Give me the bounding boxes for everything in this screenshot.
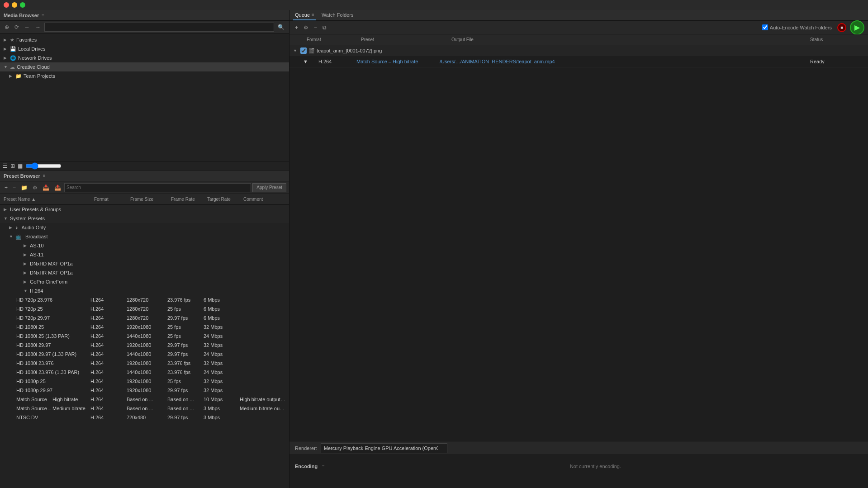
- subgroup-audio-only[interactable]: ▶ ♪ Audio Only: [0, 223, 289, 232]
- tree-arrow-creative-cloud: ▼: [4, 65, 8, 69]
- col-header-preset-name[interactable]: Preset Name ▲: [0, 197, 90, 202]
- encoding-menu-icon[interactable]: ≡: [322, 464, 325, 469]
- folder-preset-button[interactable]: 📁: [19, 184, 29, 192]
- stop-button[interactable]: ■: [837, 23, 846, 32]
- import-preset-button[interactable]: 📥: [41, 184, 51, 192]
- preset-row-12[interactable]: Match Source – Medium bitrate H.264 Base…: [0, 404, 289, 413]
- subgroup-as10[interactable]: ▶ AS-10: [0, 241, 289, 250]
- search-button[interactable]: 🔍: [276, 23, 286, 31]
- filter-button[interactable]: ⊕: [3, 23, 11, 31]
- tree-item-local-drives[interactable]: ▶ 💾 Local Drives: [0, 44, 289, 53]
- preset-name-7: HD 1080i 23.976: [16, 360, 90, 366]
- preset-browser-menu-icon[interactable]: ≡: [43, 173, 46, 178]
- subgroup-gopro[interactable]: ▶ GoPro CineForm: [0, 277, 289, 286]
- encoding-panel: Encoding ≡ Not currently encoding.: [289, 455, 868, 477]
- col-header-frame-rate[interactable]: Frame Rate: [167, 197, 204, 202]
- minimize-button[interactable]: [12, 2, 17, 8]
- preset-rate-11: 10 Mbps: [204, 397, 240, 402]
- queue-item-format-0[interactable]: H.264: [309, 59, 355, 64]
- view-grid-icon[interactable]: ⊞: [10, 163, 15, 169]
- preset-fps-11: Based on ...: [167, 397, 204, 402]
- queue-item-header-0[interactable]: ▼ 🎬 teapot_anm_[0001-0072].png: [289, 45, 868, 56]
- tree-item-favorites[interactable]: ▶ ★ Favorites: [0, 35, 289, 44]
- preset-rate-7: 32 Mbps: [204, 360, 240, 366]
- preset-row-9[interactable]: HD 1080p 25 H.264 1920x1080 25 fps 32 Mb…: [0, 377, 289, 386]
- queue-item-preset-0[interactable]: Match Source – High bitrate: [356, 59, 438, 64]
- thumbnail-area: ☰ ⊞ ▦: [0, 161, 289, 170]
- col-header-target-rate[interactable]: Target Rate: [204, 197, 240, 202]
- preset-row-4[interactable]: HD 1080i 25 (1.33 PAR) H.264 1440x1080 2…: [0, 332, 289, 341]
- preset-row-5[interactable]: HD 1080i 29.97 H.264 1920x1080 29.97 fps…: [0, 341, 289, 350]
- thumbnail-size-slider[interactable]: [25, 162, 62, 170]
- tree-item-team-projects[interactable]: ▶ 📁 Team Projects: [0, 71, 289, 81]
- preset-row-0[interactable]: HD 720p 23.976 H.264 1280x720 23.976 fps…: [0, 295, 289, 304]
- preset-browser-title: Preset Browser: [4, 173, 40, 179]
- queue-add-button[interactable]: +: [293, 24, 300, 32]
- preset-format-9: H.264: [90, 379, 127, 384]
- settings-preset-button[interactable]: ⚙: [31, 184, 39, 192]
- preset-format-10: H.264: [90, 388, 127, 393]
- preset-row-8[interactable]: HD 1080i 23.976 (1.33 PAR) H.264 1440x10…: [0, 368, 289, 377]
- renderer-select[interactable]: Mercury Playback Engine GPU Acceleration…: [321, 443, 447, 453]
- preset-size-3: 1920x1080: [127, 324, 167, 330]
- preset-search-input[interactable]: [64, 183, 251, 192]
- maximize-button[interactable]: [20, 2, 25, 8]
- media-browser-menu-icon[interactable]: ≡: [42, 13, 44, 18]
- subgroup-dnxhr[interactable]: ▶ DNxHR MXF OP1a: [0, 268, 289, 277]
- tree-item-network-drives[interactable]: ▶ 🌐 Network Drives: [0, 53, 289, 62]
- auto-encode-checkbox[interactable]: [762, 24, 768, 30]
- nav-back-button[interactable]: ←: [23, 23, 32, 31]
- queue-item-output-0[interactable]: /Users/…/ANIMATION_RENDERS/teapot_anm.mp…: [440, 59, 808, 64]
- preset-rate-6: 24 Mbps: [204, 351, 240, 357]
- subgroup-dnxhd[interactable]: ▶ DNxHD MXF OP1a: [0, 259, 289, 268]
- preset-name-5: HD 1080i 29.97: [16, 342, 90, 348]
- view-list-icon[interactable]: ☰: [3, 163, 8, 169]
- tab-watch-folders[interactable]: Watch Folders: [320, 10, 356, 20]
- label-gopro: GoPro CineForm: [30, 279, 67, 284]
- preset-size-2: 1280x720: [127, 315, 167, 321]
- queue-duplicate-button[interactable]: ⧉: [321, 24, 328, 32]
- group-user-presets[interactable]: ▶ User Presets & Groups: [0, 205, 289, 214]
- close-button[interactable]: [4, 2, 9, 8]
- preset-size-12: Based on ...: [127, 406, 167, 411]
- arrow-user-presets: ▶: [4, 207, 8, 212]
- label-as10: AS-10: [30, 243, 44, 248]
- queue-item-sub-0: ▼ H.264 Match Source – High bitrate /Use…: [289, 56, 868, 67]
- tab-queue[interactable]: Queue ≡: [293, 10, 316, 20]
- tree-item-creative-cloud[interactable]: ▼ ☁ Creative Cloud: [0, 62, 289, 71]
- preset-row-1[interactable]: HD 720p 25 H.264 1280x720 25 fps 6 Mbps: [0, 304, 289, 313]
- new-preset-button[interactable]: +: [3, 184, 9, 192]
- preset-row-2[interactable]: HD 720p 29.97 H.264 1280x720 29.97 fps 6…: [0, 313, 289, 322]
- preset-row-11[interactable]: Match Source – High bitrate H.264 Based …: [0, 395, 289, 404]
- start-encode-button[interactable]: ▶: [850, 20, 864, 35]
- left-panel: Media Browser ≡ ⊕ ⟳ ← → 🔍 ▶ ★ Favorites: [0, 10, 289, 488]
- queue-expand-arrow-0[interactable]: ▼: [293, 48, 299, 53]
- apply-preset-button[interactable]: Apply Preset: [252, 183, 286, 192]
- queue-remove-button[interactable]: −: [312, 24, 319, 32]
- col-header-format[interactable]: Format: [90, 197, 127, 202]
- view-detail-icon[interactable]: ▦: [18, 163, 23, 169]
- queue-settings-button[interactable]: ⚙: [302, 24, 310, 32]
- preset-row-13[interactable]: NTSC DV H.264 720x480 29.97 fps 3 Mbps: [0, 413, 289, 422]
- subgroup-broadcast[interactable]: ▼ 📺 Broadcast: [0, 232, 289, 241]
- group-system-presets[interactable]: ▼ System Presets: [0, 214, 289, 223]
- preset-row-10[interactable]: HD 1080p 29.97 H.264 1920x1080 29.97 fps…: [0, 386, 289, 395]
- subgroup-as11[interactable]: ▶ AS-11: [0, 250, 289, 259]
- col-header-frame-size[interactable]: Frame Size: [127, 197, 167, 202]
- queue-tab-menu-icon[interactable]: ≡: [312, 12, 314, 17]
- delete-preset-button[interactable]: −: [11, 184, 18, 192]
- preset-row-7[interactable]: HD 1080i 23.976 H.264 1920x1080 23.976 f…: [0, 359, 289, 368]
- queue-item-file-icon-0: 🎬: [308, 48, 315, 54]
- queue-item-checkbox-0[interactable]: [300, 47, 307, 54]
- queue-tab-header: Queue ≡ Watch Folders: [289, 10, 868, 21]
- nav-forward-button[interactable]: →: [33, 23, 43, 31]
- media-tree: ▶ ★ Favorites ▶ 💾 Local Drives ▶ 🌐 Netwo…: [0, 33, 289, 161]
- subgroup-h264[interactable]: ▼ H.264: [0, 286, 289, 295]
- preset-row-6[interactable]: HD 1080i 29.97 (1.33 PAR) H.264 1440x108…: [0, 350, 289, 359]
- preset-rate-12: 3 Mbps: [204, 406, 240, 411]
- col-header-comment[interactable]: Comment: [240, 197, 289, 202]
- export-preset-button[interactable]: 📤: [52, 184, 63, 192]
- refresh-button[interactable]: ⟳: [13, 23, 21, 31]
- preset-fps-9: 25 fps: [167, 379, 204, 384]
- preset-row-3[interactable]: HD 1080i 25 H.264 1920x1080 25 fps 32 Mb…: [0, 322, 289, 332]
